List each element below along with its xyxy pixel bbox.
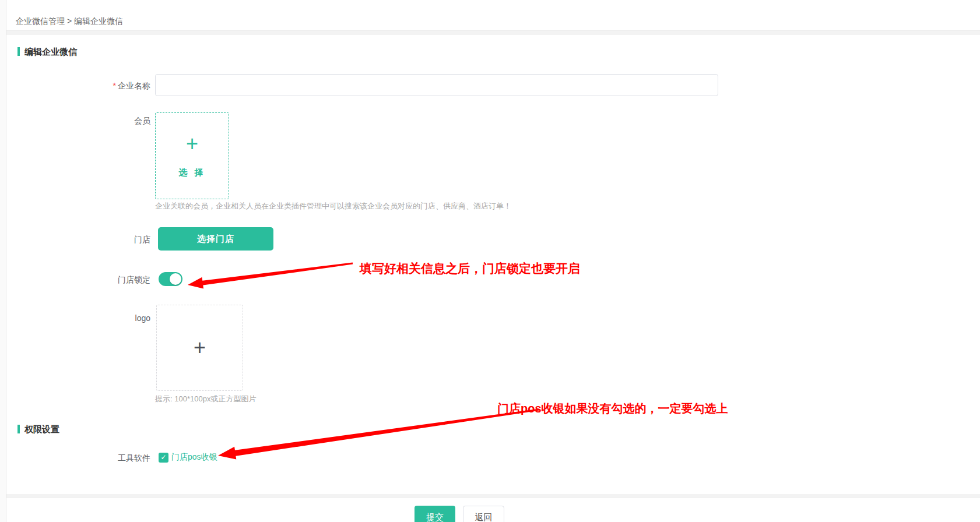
- back-button[interactable]: 返回: [463, 506, 504, 522]
- checkbox-checked-icon[interactable]: ✓: [159, 453, 168, 463]
- company-name-label: *企业名称: [0, 81, 150, 91]
- member-upload-box[interactable]: + 选 择: [155, 112, 229, 199]
- annotation-pos-checkbox: 门店pos收银如果没有勾选的，一定要勾选上: [497, 401, 728, 417]
- toggle-knob-icon: [170, 273, 181, 285]
- store-label: 门店: [0, 235, 150, 245]
- collapsed-sidebar: [0, 0, 6, 522]
- plus-icon: +: [194, 337, 206, 358]
- section-bar: [17, 47, 20, 56]
- annotation-store-lock: 填写好相关信息之后，门店锁定也要开启: [360, 260, 580, 277]
- pos-checkbox-label[interactable]: 门店pos收银: [171, 452, 217, 463]
- company-name-input[interactable]: [155, 74, 718, 96]
- member-select-label: 选 择: [178, 167, 205, 178]
- logo-label: logo: [0, 313, 150, 323]
- logo-upload-box[interactable]: +: [156, 305, 243, 391]
- page: 企业微信管理 > 编辑企业微信 编辑企业微信 *企业名称 会员 + 选 择 企业…: [0, 0, 980, 522]
- footer-bar: 提交 返回: [6, 497, 980, 522]
- select-store-button[interactable]: 选择门店: [158, 227, 273, 251]
- tools-label: 工具软件: [0, 453, 150, 464]
- section-title-text: 编辑企业微信: [24, 47, 77, 57]
- pos-checkbox-row[interactable]: ✓ 门店pos收银: [159, 452, 217, 463]
- store-lock-toggle[interactable]: [159, 272, 182, 286]
- required-asterisk: *: [113, 81, 116, 90]
- logo-hint-text: 提示: 100*100px或正方型图片: [155, 394, 256, 404]
- submit-button[interactable]: 提交: [415, 506, 455, 522]
- check-icon: ✓: [160, 453, 166, 463]
- member-help-text: 企业关联的会员，企业相关人员在企业类插件管理中可以搜索该企业会员对应的门店、供应…: [155, 201, 511, 211]
- breadcrumb-bar: 企业微信管理 > 编辑企业微信: [6, 0, 980, 31]
- company-name-label-text: 企业名称: [118, 81, 150, 90]
- store-lock-label: 门店锁定: [0, 275, 150, 285]
- breadcrumb[interactable]: 企业微信管理 > 编辑企业微信: [16, 16, 123, 27]
- section-title-text: 权限设置: [24, 424, 59, 434]
- member-label: 会员: [0, 116, 150, 126]
- section-title-edit: 编辑企业微信: [17, 47, 77, 58]
- section-bar: [17, 425, 20, 433]
- plus-icon: +: [186, 133, 198, 154]
- section-title-permissions: 权限设置: [17, 424, 59, 435]
